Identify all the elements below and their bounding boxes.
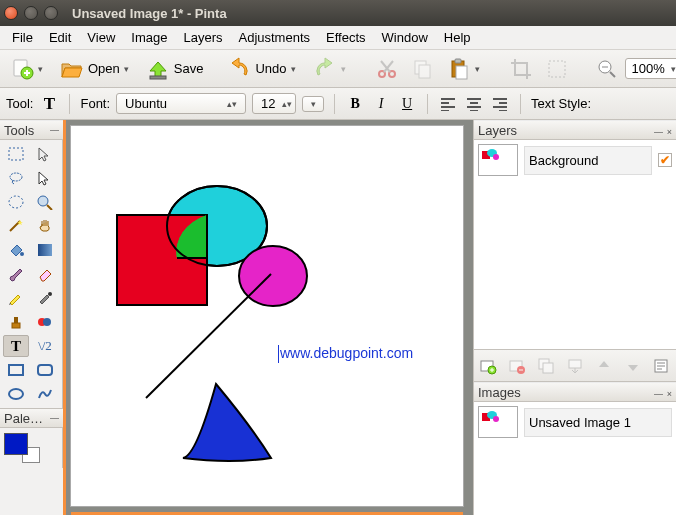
window-minimize-button[interactable] [24, 6, 38, 20]
chevron-down-icon: ▾ [291, 64, 301, 74]
underline-button[interactable]: U [397, 94, 417, 114]
paste-button[interactable]: ▾ [443, 54, 489, 84]
tool-rect-select[interactable] [3, 143, 29, 165]
align-right-button[interactable] [490, 94, 510, 114]
menu-window[interactable]: Window [374, 27, 436, 48]
canvas-text[interactable]: www.debugpoint.com [280, 345, 413, 361]
tool-eraser[interactable] [32, 263, 58, 285]
copy-icon [411, 57, 435, 81]
align-center-button[interactable] [464, 94, 484, 114]
image-thumbnail [478, 406, 518, 438]
text-cursor [278, 345, 279, 363]
palette-panel-title: Pale… [4, 411, 43, 426]
svg-rect-24 [9, 365, 23, 375]
tool-color-picker[interactable] [32, 287, 58, 309]
open-button[interactable]: Open ▾ [56, 54, 138, 84]
tool-freeform[interactable] [32, 383, 58, 405]
tool-brush[interactable] [3, 263, 29, 285]
svg-rect-42 [543, 363, 553, 373]
chevron-down-icon: ▾ [38, 64, 48, 74]
font-size-dropdown[interactable]: ▾ [302, 96, 324, 112]
menu-view[interactable]: View [79, 27, 123, 48]
save-icon [146, 57, 170, 81]
tool-zoom[interactable] [32, 191, 58, 213]
tool-recolor[interactable] [32, 311, 58, 333]
tool-move-pixels[interactable] [32, 167, 58, 189]
panel-close-icon[interactable]: × [667, 389, 672, 399]
menu-file[interactable]: File [4, 27, 41, 48]
tool-shapes[interactable]: \/2 [32, 335, 58, 357]
menu-layers[interactable]: Layers [175, 27, 230, 48]
panel-close-icon[interactable]: × [667, 127, 672, 137]
add-layer-icon[interactable] [479, 357, 497, 375]
tool-ellipse[interactable] [3, 383, 29, 405]
chevron-down-icon: ▾ [341, 64, 351, 74]
tool-pan[interactable] [32, 215, 58, 237]
tool-bucket[interactable] [3, 239, 29, 261]
palette-panel-header: Pale… — [0, 408, 63, 428]
svg-point-26 [9, 389, 23, 399]
tool-pencil[interactable] [3, 287, 29, 309]
tool-move-selection[interactable] [32, 143, 58, 165]
menu-edit[interactable]: Edit [41, 27, 79, 48]
window-titlebar: Unsaved Image 1* - Pinta [0, 0, 676, 26]
menu-image[interactable]: Image [123, 27, 175, 48]
redo-button[interactable]: ▾ [309, 54, 355, 84]
images-list: Unsaved Image 1 [474, 402, 676, 515]
panel-minimize-icon[interactable]: — [50, 125, 59, 135]
tool-clone-stamp[interactable] [3, 311, 29, 333]
tool-text[interactable]: T [3, 335, 29, 357]
canvas[interactable]: www.debugpoint.com [71, 126, 463, 506]
delete-layer-icon[interactable] [508, 357, 526, 375]
chevron-down-icon: ▾ [311, 99, 316, 109]
deselect-button[interactable] [541, 54, 573, 84]
panel-minimize-icon[interactable]: — [50, 413, 59, 423]
fg-color-swatch[interactable] [4, 433, 28, 455]
panel-minimize-icon[interactable]: — [654, 389, 663, 399]
duplicate-layer-icon[interactable] [537, 357, 555, 375]
window-close-button[interactable] [4, 6, 18, 20]
panel-minimize-icon[interactable]: — [654, 127, 663, 137]
save-button[interactable]: Save [142, 54, 208, 84]
zoom-combo[interactable]: 100%▾ [625, 58, 676, 79]
menu-help[interactable]: Help [436, 27, 479, 48]
tool-ellipse-select[interactable] [3, 191, 29, 213]
tool-magic-wand[interactable] [3, 215, 29, 237]
color-swatches[interactable] [4, 433, 40, 463]
move-layer-up-icon[interactable] [595, 357, 613, 375]
drawing [71, 126, 463, 506]
canvas-area: www.debugpoint.com [63, 120, 473, 515]
tool-lasso[interactable] [3, 167, 29, 189]
cut-button[interactable] [371, 54, 403, 84]
crop-button[interactable] [505, 54, 537, 84]
tool-rectangle[interactable] [3, 359, 29, 381]
layer-properties-icon[interactable] [652, 357, 670, 375]
layer-visible-checkbox[interactable]: ✔ [658, 153, 672, 167]
image-row[interactable]: Unsaved Image 1 [474, 402, 676, 442]
italic-button[interactable]: I [371, 94, 391, 114]
menu-adjustments[interactable]: Adjustments [230, 27, 318, 48]
crop-icon [509, 57, 533, 81]
svg-rect-13 [9, 148, 23, 160]
zoom-out-button[interactable] [593, 56, 621, 82]
layer-name: Background [524, 146, 652, 175]
move-layer-down-icon[interactable] [624, 357, 642, 375]
font-family-combo[interactable]: Ubuntu ▴▾ [116, 93, 246, 114]
new-button[interactable]: ▾ [6, 54, 52, 84]
undo-button[interactable]: Undo ▾ [223, 54, 304, 84]
svg-rect-8 [455, 59, 461, 63]
bold-button[interactable]: B [345, 94, 365, 114]
chevron-updown-icon: ▴▾ [282, 99, 292, 109]
tool-rounded-rect[interactable] [32, 359, 58, 381]
svg-rect-20 [12, 323, 20, 328]
align-left-button[interactable] [438, 94, 458, 114]
window-maximize-button[interactable] [44, 6, 58, 20]
menu-effects[interactable]: Effects [318, 27, 374, 48]
layer-row[interactable]: Background ✔ [474, 140, 676, 180]
tool-gradient[interactable] [32, 239, 58, 261]
merge-layer-icon[interactable] [566, 357, 584, 375]
font-size-field[interactable]: 12 ▴▾ [252, 93, 296, 114]
copy-button[interactable] [407, 54, 439, 84]
chevron-down-icon: ▾ [671, 64, 676, 74]
undo-icon [227, 57, 251, 81]
